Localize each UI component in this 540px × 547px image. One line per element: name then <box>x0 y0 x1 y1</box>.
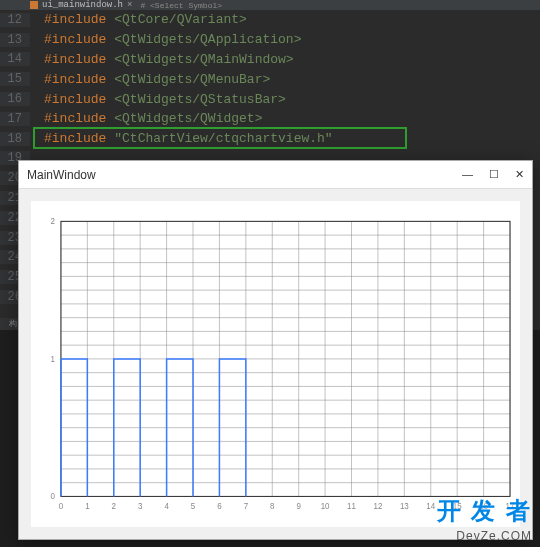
close-icon[interactable]: × <box>127 0 132 10</box>
svg-text:0: 0 <box>59 502 64 511</box>
chart-view[interactable]: 01234567891011121314151617012 <box>31 201 520 527</box>
svg-text:10: 10 <box>321 502 330 511</box>
code-line[interactable]: 17#include <QtWidgets/QWidget> <box>0 109 540 129</box>
minimize-icon[interactable]: — <box>462 168 473 181</box>
close-icon[interactable]: ✕ <box>515 168 524 181</box>
svg-text:3: 3 <box>138 502 143 511</box>
line-number: 15 <box>0 72 30 86</box>
window-title: MainWindow <box>27 168 96 182</box>
svg-text:17: 17 <box>506 502 515 511</box>
svg-text:2: 2 <box>51 217 56 226</box>
line-number: 13 <box>0 33 30 47</box>
svg-text:13: 13 <box>400 502 409 511</box>
svg-text:16: 16 <box>479 502 488 511</box>
svg-text:2: 2 <box>112 502 117 511</box>
line-number: 16 <box>0 92 30 106</box>
svg-text:0: 0 <box>51 492 56 501</box>
svg-text:11: 11 <box>347 502 356 511</box>
svg-text:7: 7 <box>244 502 249 511</box>
svg-text:6: 6 <box>217 502 222 511</box>
code-line[interactable]: 15#include <QtWidgets/QMenuBar> <box>0 69 540 89</box>
maximize-icon[interactable]: ☐ <box>489 168 499 181</box>
svg-text:12: 12 <box>374 502 383 511</box>
line-number: 17 <box>0 112 30 126</box>
svg-text:15: 15 <box>453 502 462 511</box>
window-controls: — ☐ ✕ <box>462 168 524 181</box>
code-content: #include <QtCore/QVariant> <box>30 12 247 27</box>
svg-text:5: 5 <box>191 502 196 511</box>
line-number: 14 <box>0 52 30 66</box>
code-content: #include <QtWidgets/QWidget> <box>30 111 262 126</box>
code-line[interactable]: 16#include <QtWidgets/QStatusBar> <box>0 89 540 109</box>
code-content: #include <QtWidgets/QMainWindow> <box>30 52 294 67</box>
line-number: 12 <box>0 13 30 27</box>
code-content: #include "CtChartView/ctqchartview.h" <box>30 131 333 146</box>
window-body: 01234567891011121314151617012 <box>19 189 532 539</box>
line-number: 18 <box>0 132 30 146</box>
code-line[interactable]: 12#include <QtCore/QVariant> <box>0 10 540 30</box>
header-file-icon <box>30 1 38 9</box>
code-line[interactable]: 14#include <QtWidgets/QMainWindow> <box>0 50 540 70</box>
svg-text:1: 1 <box>51 355 56 364</box>
code-content: #include <QtWidgets/QApplication> <box>30 32 301 47</box>
code-line[interactable]: 18#include "CtChartView/ctqchartview.h" <box>0 129 540 149</box>
file-tab-label: ui_mainwindow.h <box>42 0 123 10</box>
file-tab[interactable]: ui_mainwindow.h × <box>30 0 132 10</box>
code-content: #include <QtWidgets/QMenuBar> <box>30 72 270 87</box>
svg-text:9: 9 <box>296 502 301 511</box>
window-titlebar[interactable]: MainWindow — ☐ ✕ <box>19 161 532 189</box>
svg-text:14: 14 <box>426 502 435 511</box>
svg-text:1: 1 <box>85 502 90 511</box>
svg-text:8: 8 <box>270 502 275 511</box>
main-window: MainWindow — ☐ ✕ 01234567891011121314151… <box>18 160 533 540</box>
code-content: #include <QtWidgets/QStatusBar> <box>30 92 286 107</box>
code-line[interactable]: 13#include <QtWidgets/QApplication> <box>0 30 540 50</box>
chart-svg: 01234567891011121314151617012 <box>31 201 520 527</box>
editor-tab-bar: ui_mainwindow.h × # <Select Symbol> <box>0 0 540 10</box>
symbol-selector[interactable]: # <Select Symbol> <box>140 1 222 10</box>
svg-text:4: 4 <box>164 502 169 511</box>
